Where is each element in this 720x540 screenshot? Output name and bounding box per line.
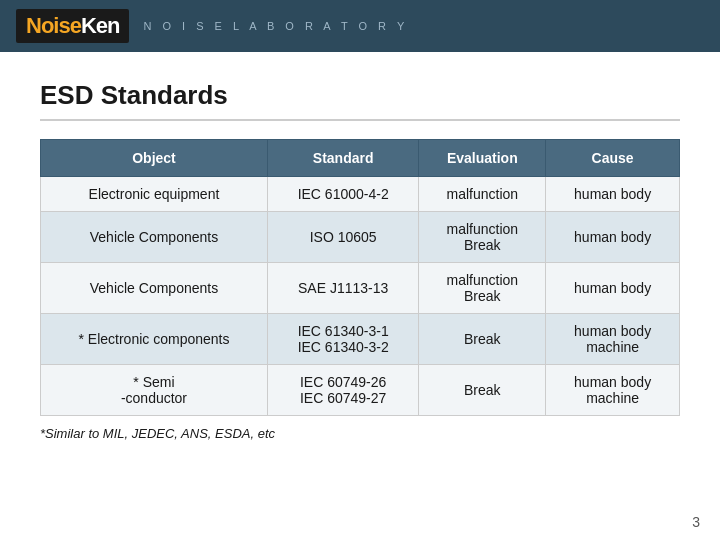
cell-object: * Electronic components [41, 314, 268, 365]
logo: NoiseKen [26, 13, 119, 38]
cell-cause: human bodymachine [546, 314, 680, 365]
logo-ken: Ken [81, 13, 120, 38]
cell-standard: IEC 60749-26IEC 60749-27 [267, 365, 418, 416]
col-header-standard: Standard [267, 140, 418, 177]
table-row: Electronic equipmentIEC 61000-4-2malfunc… [41, 177, 680, 212]
logo-box: NoiseKen [16, 9, 129, 43]
cell-cause: human body [546, 263, 680, 314]
cell-object: Vehicle Components [41, 212, 268, 263]
table-row: * Semi-conductorIEC 60749-26IEC 60749-27… [41, 365, 680, 416]
cell-standard: IEC 61000-4-2 [267, 177, 418, 212]
cell-cause: human body [546, 212, 680, 263]
header-subtitle: N O I S E L A B O R A T O R Y [143, 20, 408, 32]
table-header-row: Object Standard Evaluation Cause [41, 140, 680, 177]
cell-cause: human bodymachine [546, 365, 680, 416]
table-row: * Electronic componentsIEC 61340-3-1IEC … [41, 314, 680, 365]
footnote: *Similar to MIL, JEDEC, ANS, ESDA, etc [40, 426, 680, 441]
cell-cause: human body [546, 177, 680, 212]
main-content: ESD Standards Object Standard Evaluation… [0, 52, 720, 457]
cell-standard: SAE J1113-13 [267, 263, 418, 314]
cell-standard: ISO 10605 [267, 212, 418, 263]
cell-object: * Semi-conductor [41, 365, 268, 416]
cell-standard: IEC 61340-3-1IEC 61340-3-2 [267, 314, 418, 365]
table-row: Vehicle ComponentsSAE J1113-13malfunctio… [41, 263, 680, 314]
cell-object: Electronic equipment [41, 177, 268, 212]
esd-table: Object Standard Evaluation Cause Electro… [40, 139, 680, 416]
page-number: 3 [692, 514, 700, 530]
table-row: Vehicle ComponentsISO 10605malfunctionBr… [41, 212, 680, 263]
table-wrapper: Object Standard Evaluation Cause Electro… [40, 139, 680, 416]
header: NoiseKen N O I S E L A B O R A T O R Y [0, 0, 720, 52]
col-header-cause: Cause [546, 140, 680, 177]
cell-evaluation: malfunctionBreak [419, 263, 546, 314]
cell-evaluation: Break [419, 365, 546, 416]
logo-noise: Noise [26, 13, 81, 38]
col-header-evaluation: Evaluation [419, 140, 546, 177]
cell-evaluation: malfunctionBreak [419, 212, 546, 263]
cell-evaluation: Break [419, 314, 546, 365]
cell-evaluation: malfunction [419, 177, 546, 212]
cell-object: Vehicle Components [41, 263, 268, 314]
col-header-object: Object [41, 140, 268, 177]
page-title: ESD Standards [40, 80, 680, 121]
